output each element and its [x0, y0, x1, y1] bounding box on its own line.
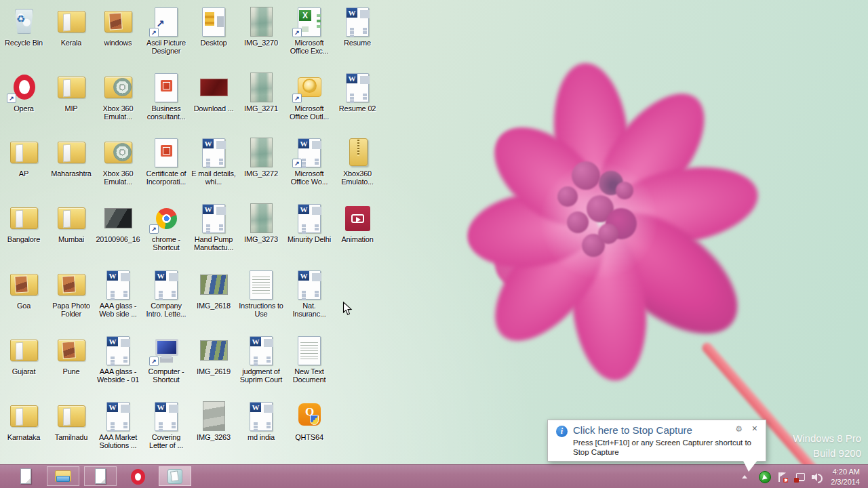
desktop-icon-computer-shortcut[interactable]: ↗ Computer - Shortcut	[144, 334, 189, 384]
taskbar: 4:20 AM 2/3/2014	[0, 464, 868, 488]
network-icon[interactable]	[794, 472, 805, 483]
desktop-icon-label: Business consultant...	[144, 104, 189, 121]
desktop-icon-animation[interactable]: ↗ Animation	[335, 202, 380, 243]
desktop-icon-img-2618[interactable]: ↗ IMG_2618	[191, 268, 236, 310]
desktop-icon-label: IMG_3270	[239, 39, 283, 47]
taskbar-clock[interactable]: 4:20 AM 2/3/2014	[831, 467, 860, 487]
desktop-icon-xbox360-emulato[interactable]: ↗ Xbox360 Emulato...	[335, 136, 380, 186]
desktop-icon-image	[7, 334, 40, 367]
desktop-icon-label: Covering Letter of ...	[144, 433, 189, 449]
shortcut-arrow-icon: ↗	[292, 28, 302, 37]
shortcut-arrow-icon: ↗	[149, 357, 159, 366]
desktop-icon-e-mail-details-whi[interactable]: ↗ E mail details, whi...	[191, 136, 236, 186]
desktop-icon-microsoft-office-outl[interactable]: ↗ Microsoft Office Outl...	[287, 71, 332, 121]
desktop-icon-microsoft-office-exc[interactable]: ↗ Microsoft Office Exc...	[287, 5, 332, 55]
desktop-icon-img-3271[interactable]: ↗ IMG_3271	[239, 71, 283, 113]
taskbar-item-file-explorer[interactable]	[47, 466, 79, 486]
taskbar-item-text-document[interactable]	[84, 466, 117, 486]
desktop-icon-maharashtra[interactable]: ↗ Maharashtra	[49, 136, 94, 178]
desktop-icon-kerala[interactable]: ↗ Kerala	[49, 5, 94, 47]
desktop-icon-image	[55, 71, 87, 104]
show-hidden-icons-button[interactable]	[742, 472, 753, 483]
desktop-icon-xbox-360-emulat[interactable]: ↗ Xbox 360 Emulat...	[96, 71, 140, 121]
desktop-icon-judgment-of-suprim-court[interactable]: ↗ judgment of Suprim Court	[239, 334, 283, 384]
desktop-icon-image	[7, 400, 40, 432]
desktop-icon-img-3273[interactable]: ↗ IMG_3273	[239, 202, 283, 243]
desktop-icon-hand-pump-manufactu[interactable]: ↗ Hand Pump Manufactu...	[191, 202, 236, 251]
notification-title-link[interactable]: Click here to Stop Capture	[573, 424, 692, 436]
desktop-icon-mip[interactable]: ↗ MIP	[49, 71, 94, 113]
desktop-icon-company-intro-lette[interactable]: ↗ Company Intro. Lette...	[144, 268, 189, 318]
desktop-icon-qhts64[interactable]: ↗ QHTS64	[287, 400, 332, 441]
desktop-icon-image	[197, 136, 230, 169]
screen-capturer-tray-icon[interactable]	[759, 471, 771, 483]
desktop-icon-image	[245, 268, 277, 301]
desktop-icon-label: Download ...	[191, 104, 236, 113]
desktop-icon-label: Tamilnadu	[49, 433, 94, 441]
desktop-icon-windows[interactable]: ↗ windows	[96, 5, 140, 47]
desktop-icon-new-text-document[interactable]: ↗ New Text Document	[287, 334, 332, 384]
desktop-icon-covering-letter-of[interactable]: ↗ Covering Letter of ...	[144, 400, 189, 449]
desktop-icon-mumbai[interactable]: ↗ Mumbai	[49, 202, 94, 243]
watermark-edition: Windows 8 Pro	[793, 431, 861, 446]
taskbar-item-icon	[16, 467, 35, 486]
desktop-icon-grid: ↗ Recycle Bin ↗ Opera ↗ AP ↗ Bangalore ↗…	[0, 0, 868, 488]
desktop-icon-label: Xbox 360 Emulat...	[96, 169, 140, 186]
desktop-icon-ascii-picture-designer[interactable]: ↗ Ascii Picture Designer	[144, 5, 189, 55]
desktop-icon-image	[150, 71, 182, 104]
desktop-icon-tamilnadu[interactable]: ↗ Tamilnadu	[49, 400, 94, 441]
notification-close-icon[interactable]: ×	[752, 423, 757, 434]
desktop-icon-aaa-glass-webside-01[interactable]: ↗ AAA glass - Webside - 01	[96, 334, 140, 384]
desktop-icon-image	[102, 400, 134, 432]
desktop-icon-nat-insuranc[interactable]: ↗ Nat. Insuranc...	[287, 268, 332, 318]
desktop-icon-papa-photo-folder[interactable]: ↗ Papa Photo Folder	[49, 268, 94, 318]
desktop-icon-pune[interactable]: ↗ Pune	[49, 334, 94, 375]
desktop-icon-bangalore[interactable]: ↗ Bangalore	[1, 202, 46, 243]
volume-icon[interactable]	[811, 472, 822, 483]
taskbar-item-screen-capturer[interactable]	[159, 466, 191, 486]
desktop-icon-ap[interactable]: ↗ AP	[1, 136, 46, 178]
taskbar-item-icon	[128, 467, 147, 486]
desktop-icon-download[interactable]: ↗ Download ...	[191, 71, 236, 113]
desktop-icon-image	[245, 400, 277, 432]
action-center-flag-icon[interactable]	[777, 472, 788, 483]
notification-options-icon[interactable]: ⚙	[735, 424, 743, 434]
desktop-icon-karnataka[interactable]: ↗ Karnataka	[1, 400, 46, 441]
desktop-icon-label: Xbox360 Emulato...	[335, 169, 380, 186]
desktop-icon-img-3270[interactable]: ↗ IMG_3270	[239, 5, 283, 47]
desktop-icon-img-3263[interactable]: ↗ IMG_3263	[191, 400, 236, 441]
desktop-icon-aaa-glass-web-side[interactable]: ↗ AAA glass - Web side ...	[96, 268, 140, 318]
desktop-icon-20100906-16[interactable]: ↗ 20100906_16	[96, 202, 140, 243]
desktop-icon-instructions-to-use[interactable]: ↗ Instructions to Use	[239, 268, 283, 318]
desktop-icon-certificate-of-incorporati[interactable]: ↗ Certificate of Incorporati...	[144, 136, 189, 186]
desktop-icon-image	[293, 334, 326, 367]
desktop-icon-image	[197, 202, 230, 235]
desktop-icon-md-india[interactable]: ↗ md india	[239, 400, 283, 441]
desktop-icon-image	[102, 71, 134, 104]
desktop-icon-microsoft-office-wo[interactable]: ↗ Microsoft Office Wo...	[287, 136, 332, 186]
desktop-icon-resume[interactable]: ↗ Resume	[335, 5, 380, 47]
desktop-icon-chrome-shortcut[interactable]: ↗ chrome - Shortcut	[144, 202, 189, 251]
desktop-icon-aaa-market-solutions[interactable]: ↗ AAA Market Solutions ...	[96, 400, 140, 449]
shortcut-arrow-icon: ↗	[292, 159, 302, 168]
desktop-icon-xbox-360-emulat[interactable]: ↗ Xbox 360 Emulat...	[96, 136, 140, 186]
desktop-icon-image	[150, 400, 182, 432]
taskbar-item-notepad-document[interactable]	[9, 466, 42, 486]
desktop-icon-goa[interactable]: ↗ Goa	[1, 268, 46, 310]
taskbar-item-icon	[54, 467, 73, 486]
desktop-icon-image	[102, 5, 134, 38]
desktop-icon-gujarat[interactable]: ↗ Gujarat	[1, 334, 46, 375]
desktop-icon-label: AAA Market Solutions ...	[96, 433, 140, 449]
desktop-icon-recycle-bin[interactable]: ↗ Recycle Bin	[1, 5, 46, 47]
desktop-icon-img-2619[interactable]: ↗ IMG_2619	[191, 334, 236, 375]
desktop-icon-opera[interactable]: ↗ Opera	[1, 71, 46, 113]
desktop-icon-resume-02[interactable]: ↗ Resume 02	[335, 71, 380, 113]
desktop-icon-business-consultant[interactable]: ↗ Business consultant...	[144, 71, 189, 121]
desktop-icon-desktop[interactable]: ↗ Desktop	[191, 5, 236, 47]
desktop-icon-label: AAA glass - Webside - 01	[96, 367, 140, 384]
desktop-icon-label: chrome - Shortcut	[144, 235, 189, 251]
taskbar-item-opera-browser[interactable]	[121, 466, 154, 486]
desktop-icon-minurity-delhi[interactable]: ↗ Minurity Delhi	[287, 202, 332, 243]
desktop-icon-img-3272[interactable]: ↗ IMG_3272	[239, 136, 283, 178]
desktop-icon-image	[7, 202, 40, 235]
